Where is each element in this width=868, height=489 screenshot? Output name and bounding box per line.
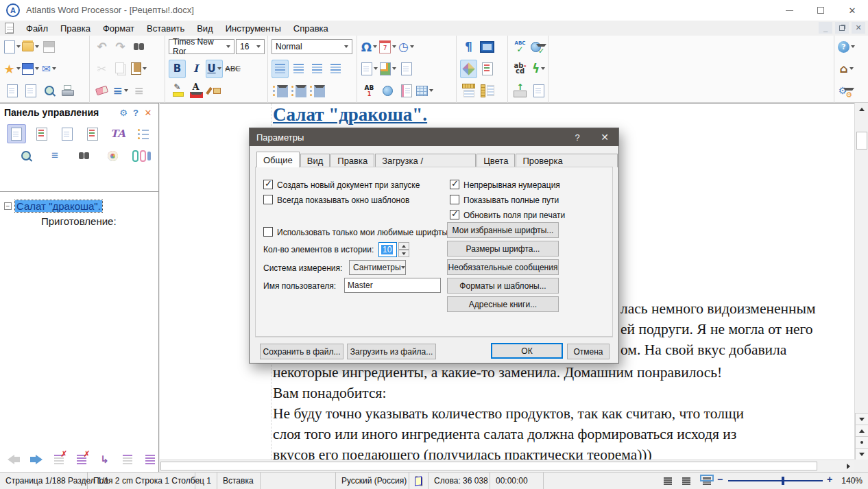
special-characters-button[interactable]: Ω bbox=[361, 38, 378, 56]
next-page-button[interactable] bbox=[855, 448, 868, 460]
status-page-section[interactable]: Страница 1/188 Раздел 1/1 bbox=[0, 473, 88, 489]
maximize-button[interactable] bbox=[805, 0, 836, 21]
align-justify-button[interactable] bbox=[327, 60, 344, 78]
continuous-numbering-checkbox[interactable] bbox=[450, 180, 459, 189]
menu-edit[interactable]: Правка bbox=[54, 22, 97, 35]
formatting-marks-button[interactable]: ¶ bbox=[460, 38, 477, 56]
close-button[interactable]: ✕ bbox=[836, 0, 868, 21]
eraser-button[interactable] bbox=[93, 82, 110, 100]
dialog-help-button[interactable]: ? bbox=[564, 128, 591, 146]
search-binoculars-button[interactable] bbox=[74, 146, 93, 165]
favorite-fonts-button[interactable]: Мои избранные шрифты... bbox=[447, 222, 559, 238]
menu-insert[interactable]: Вставить bbox=[141, 22, 191, 35]
font-name-select[interactable]: Times New Ror bbox=[169, 39, 234, 54]
show-full-paths-checkbox[interactable] bbox=[450, 195, 459, 204]
status-insert-mode[interactable]: Вставка bbox=[217, 473, 261, 489]
undo-button[interactable] bbox=[93, 38, 110, 56]
insert-time-button[interactable] bbox=[398, 38, 415, 56]
view-mode-web-button[interactable] bbox=[679, 475, 694, 488]
address-books-button[interactable]: Адресные книги... bbox=[447, 296, 559, 312]
multilevel-list-button[interactable] bbox=[309, 82, 326, 100]
numbered-outline-button[interactable] bbox=[134, 124, 153, 143]
always-show-templates-checkbox[interactable] bbox=[263, 195, 273, 204]
colors-palette-button[interactable] bbox=[103, 146, 122, 165]
zoom-percentage[interactable]: 140% bbox=[836, 473, 868, 489]
full-screen-button[interactable] bbox=[479, 38, 496, 56]
mdi-minimize-button[interactable]: _ bbox=[819, 22, 832, 34]
cancel-button[interactable]: Отмена bbox=[567, 344, 610, 359]
view-mode-draft-button[interactable] bbox=[660, 475, 675, 488]
home-page-button[interactable] bbox=[838, 60, 855, 78]
load-from-file-button[interactable]: Загрузить из файла... bbox=[347, 344, 436, 359]
paragraphs-view-button[interactable]: ≡ bbox=[45, 146, 64, 165]
hyperlink-button[interactable] bbox=[379, 82, 396, 100]
panel-close-icon[interactable]: ✕ bbox=[142, 108, 154, 118]
tree-item-heading[interactable]: − Салат "дракоша". bbox=[0, 198, 158, 213]
bold-button[interactable]: B bbox=[169, 60, 186, 78]
remove-item-button[interactable] bbox=[51, 451, 67, 468]
draft-view-button[interactable] bbox=[58, 124, 77, 143]
tab-edit[interactable]: Правка bbox=[330, 154, 374, 167]
zoom-slider-thumb[interactable] bbox=[782, 477, 784, 485]
status-language[interactable]: Русский (Россия) bbox=[336, 473, 409, 489]
footnote-button[interactable]: AB1 bbox=[361, 82, 378, 100]
styles-view-button[interactable] bbox=[83, 124, 102, 143]
view-mode-page-button[interactable] bbox=[699, 475, 714, 488]
status-dictionary[interactable] bbox=[409, 473, 429, 489]
horizontal-scrollbar[interactable] bbox=[160, 460, 854, 472]
print-preview-button[interactable] bbox=[40, 82, 58, 100]
new-document-at-startup-checkbox[interactable] bbox=[263, 180, 273, 189]
outline-view-button[interactable] bbox=[7, 124, 26, 143]
list-compact-button[interactable] bbox=[119, 451, 136, 468]
save-to-file-button[interactable]: Сохранить в файл... bbox=[260, 344, 343, 359]
update-fields-on-print-checkbox[interactable] bbox=[450, 210, 459, 219]
font-sizes-button[interactable]: Размеры шрифта... bbox=[447, 241, 559, 257]
zoom-tool-button[interactable] bbox=[16, 146, 36, 165]
settings-button[interactable] bbox=[838, 82, 855, 100]
scroll-right-button[interactable] bbox=[842, 460, 854, 472]
keyboard-shortcuts-button[interactable] bbox=[511, 82, 529, 100]
headings-view-button[interactable] bbox=[32, 124, 51, 143]
menu-view[interactable]: Вид bbox=[191, 22, 219, 35]
reveal-codes-button[interactable] bbox=[479, 60, 496, 78]
insert-document-button[interactable] bbox=[361, 60, 378, 78]
mdi-close-button[interactable]: ✕ bbox=[852, 22, 865, 34]
vertical-ruler-button[interactable] bbox=[479, 82, 496, 100]
insert-columns-button[interactable] bbox=[398, 60, 415, 78]
autocorrect-button[interactable] bbox=[530, 60, 547, 78]
insert-picture-button[interactable] bbox=[379, 60, 396, 78]
history-count-input[interactable]: 10 bbox=[378, 242, 397, 257]
copy-button[interactable] bbox=[112, 60, 129, 78]
vertical-scrollbar-thumb[interactable] bbox=[856, 132, 867, 150]
italic-button[interactable]: I bbox=[187, 60, 204, 78]
redo-button[interactable] bbox=[112, 38, 129, 56]
document-properties-button[interactable] bbox=[3, 82, 21, 100]
formats-templates-button[interactable]: Форматы и шаблоны... bbox=[447, 278, 559, 294]
zoom-in-button[interactable]: + bbox=[827, 474, 832, 485]
document-tools-button[interactable] bbox=[22, 82, 39, 100]
document-summary-button[interactable] bbox=[530, 82, 547, 100]
collapse-icon[interactable]: − bbox=[4, 202, 12, 210]
align-left-button[interactable] bbox=[272, 60, 289, 78]
bullet-list-button[interactable] bbox=[272, 82, 289, 100]
print-button[interactable] bbox=[59, 82, 76, 100]
favorites-button[interactable] bbox=[3, 60, 21, 78]
forward-button[interactable] bbox=[28, 451, 45, 468]
web-lookup-button[interactable] bbox=[530, 38, 547, 56]
zoom-slider[interactable] bbox=[728, 480, 823, 481]
optional-messages-button[interactable]: Необязательные сообщения bbox=[447, 259, 559, 275]
numbered-list-button[interactable] bbox=[290, 82, 307, 100]
tree-item-child[interactable]: Приготовление: bbox=[0, 213, 158, 228]
tab-view[interactable]: Вид bbox=[300, 154, 330, 167]
remove-all-button[interactable] bbox=[73, 451, 90, 468]
underline-button[interactable]: U bbox=[206, 60, 223, 78]
menu-help[interactable]: Справка bbox=[287, 22, 335, 35]
status-fields[interactable]: Поля 2 cm Строка 1 Столбец 1 bbox=[88, 473, 195, 489]
tab-colors[interactable]: Цвета bbox=[477, 154, 515, 167]
status-word-count[interactable]: Слова: 36 038 bbox=[429, 473, 490, 489]
browse-object-button[interactable] bbox=[855, 436, 868, 449]
paste-button[interactable] bbox=[130, 60, 147, 78]
font-size-select[interactable]: 16 bbox=[236, 39, 265, 54]
tree-item-label[interactable]: Приготовление: bbox=[41, 215, 117, 227]
dialog-close-button[interactable]: ✕ bbox=[591, 128, 618, 146]
